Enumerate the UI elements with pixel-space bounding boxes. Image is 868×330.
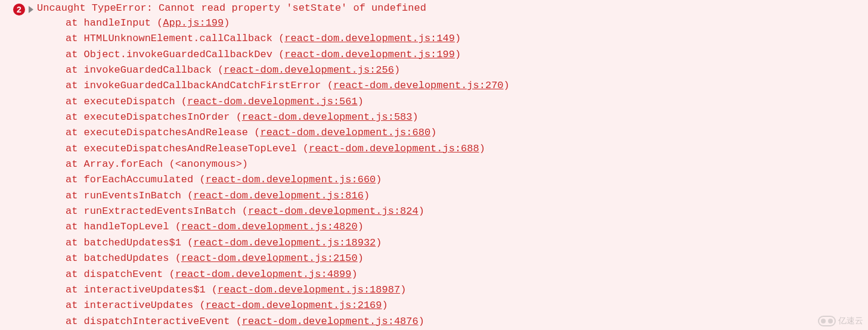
paren-close: ): [430, 127, 436, 138]
stack-source-link[interactable]: react-dom.development.js:18932: [193, 237, 376, 248]
paren-open: (: [230, 316, 241, 327]
stack-at: at: [66, 80, 84, 91]
error-message[interactable]: Uncaught TypeError: Cannot read property…: [37, 2, 426, 14]
stack-frame: at runEventsInBatch (react-dom.developme…: [66, 188, 868, 204]
stack-function: batchedUpdates$1: [84, 237, 181, 248]
stack-function: handleTopLevel: [84, 221, 169, 232]
paren-open: (: [193, 300, 205, 311]
stack-frame: at interactiveUpdates (react-dom.develop…: [66, 298, 868, 313]
stack-trace: at handleInput (App.js:199)at HTMLUnknow…: [0, 15, 868, 329]
stack-function: executeDispatchesAndReleaseTopLevel: [84, 143, 297, 154]
stack-function: dispatchEvent: [84, 269, 163, 280]
stack-at: at: [66, 190, 84, 201]
stack-function: runEventsInBatch: [84, 190, 181, 201]
stack-source-link[interactable]: react-dom.development.js:256: [224, 64, 394, 76]
stack-frame: at Array.forEach (<anonymous>): [66, 157, 868, 172]
stack-frame: at dispatchInteractiveEvent (react-dom.d…: [66, 314, 868, 329]
stack-frame: at executeDispatchesAndRelease (react-do…: [66, 125, 868, 141]
watermark-icon: [818, 316, 836, 326]
stack-at: at: [66, 300, 84, 311]
stack-at: at: [66, 284, 84, 295]
paren-close: ): [242, 158, 248, 170]
stack-frame: at runExtractedEventsInBatch (react-dom.…: [66, 204, 868, 219]
watermark: 亿速云: [818, 316, 863, 326]
stack-source-link[interactable]: react-dom.development.js:149: [284, 33, 455, 44]
paren-close: ): [455, 33, 461, 44]
paren-close: ): [455, 49, 461, 60]
error-header: 2 Uncaught TypeError: Cannot read proper…: [0, 2, 868, 15]
paren-close: ): [504, 80, 510, 91]
stack-function: executeDispatchesInOrder: [84, 111, 230, 123]
paren-open: (: [193, 174, 205, 185]
paren-open: (: [236, 206, 248, 217]
stack-source-link[interactable]: react-dom.development.js:688: [309, 143, 479, 154]
paren-open: (: [181, 190, 193, 201]
stack-at: at: [66, 143, 84, 154]
paren-open: (: [212, 64, 224, 76]
stack-at: at: [66, 127, 84, 138]
stack-frame: at executeDispatchesInOrder (react-dom.d…: [66, 110, 868, 125]
stack-source-link[interactable]: react-dom.development.js:561: [187, 96, 358, 107]
stack-source-link[interactable]: react-dom.development.js:18987: [218, 284, 400, 295]
stack-frame: at executeDispatchesAndReleaseTopLevel (…: [66, 141, 868, 157]
paren-open: (: [169, 253, 181, 264]
paren-open: (: [206, 284, 218, 295]
paren-open: (: [297, 143, 309, 154]
stack-source-link[interactable]: App.js:199: [163, 17, 224, 29]
stack-source-link[interactable]: react-dom.development.js:816: [193, 190, 364, 201]
paren-open: (: [151, 17, 163, 29]
stack-at: at: [66, 237, 84, 248]
stack-frame: at handleInput (App.js:199): [66, 15, 868, 31]
stack-at: at: [66, 17, 84, 29]
watermark-text: 亿速云: [838, 316, 863, 326]
stack-frame: at executeDispatch (react-dom.developmen…: [66, 94, 868, 110]
stack-frame: at invokeGuardedCallbackAndCatchFirstErr…: [66, 78, 868, 94]
stack-frame: at batchedUpdates (react-dom.development…: [66, 251, 868, 266]
stack-function: interactiveUpdates$1: [84, 284, 206, 295]
stack-source-link[interactable]: react-dom.development.js:2150: [181, 253, 358, 264]
disclosure-triangle-icon[interactable]: [29, 6, 33, 13]
stack-at: at: [66, 64, 84, 76]
paren-open: (: [321, 80, 333, 91]
stack-source-link[interactable]: react-dom.development.js:660: [206, 174, 376, 185]
stack-frame: at interactiveUpdates$1 (react-dom.devel…: [66, 282, 868, 298]
paren-open: (: [169, 221, 181, 232]
stack-function: batchedUpdates: [84, 253, 169, 264]
stack-function: executeDispatchesAndRelease: [84, 127, 248, 138]
stack-function: HTMLUnknownElement.callCallback: [84, 33, 272, 44]
stack-at: at: [66, 96, 84, 107]
stack-source-link[interactable]: react-dom.development.js:680: [260, 127, 430, 138]
stack-frame: at HTMLUnknownElement.callCallback (reac…: [66, 31, 868, 46]
paren-close: ): [352, 269, 358, 280]
stack-frame: at handleTopLevel (react-dom.development…: [66, 219, 868, 235]
paren-close: ): [418, 316, 424, 327]
paren-close: ): [479, 143, 485, 154]
stack-source-link[interactable]: react-dom.development.js:270: [333, 80, 504, 91]
stack-frame: at Object.invokeGuardedCallbackDev (reac…: [66, 47, 868, 63]
paren-open: (: [175, 96, 187, 107]
stack-source-link[interactable]: react-dom.development.js:2169: [206, 300, 382, 311]
stack-at: at: [66, 33, 84, 44]
paren-open: (: [163, 158, 175, 170]
stack-source-link[interactable]: react-dom.development.js:4876: [242, 316, 418, 327]
stack-frame: at dispatchEvent (react-dom.development.…: [66, 267, 868, 282]
paren-open: (: [163, 269, 175, 280]
stack-function: Object.invokeGuardedCallbackDev: [84, 49, 272, 60]
paren-close: ): [224, 17, 230, 29]
paren-open: (: [272, 49, 284, 60]
stack-source-link[interactable]: react-dom.development.js:4820: [181, 221, 358, 232]
stack-function: forEachAccumulated: [84, 174, 194, 185]
stack-at: at: [66, 174, 84, 185]
stack-function: invokeGuardedCallback: [84, 64, 212, 76]
paren-close: ): [364, 190, 370, 201]
stack-source-link[interactable]: react-dom.development.js:824: [248, 206, 418, 217]
paren-open: (: [230, 111, 241, 123]
stack-at: at: [66, 111, 84, 123]
stack-at: at: [66, 221, 84, 232]
stack-source-link[interactable]: react-dom.development.js:4899: [175, 269, 352, 280]
paren-close: ): [400, 284, 406, 295]
stack-source-link[interactable]: react-dom.development.js:199: [284, 49, 455, 60]
stack-source-link[interactable]: react-dom.development.js:583: [242, 111, 413, 123]
paren-close: ): [418, 206, 424, 217]
stack-function: dispatchInteractiveEvent: [84, 316, 230, 327]
